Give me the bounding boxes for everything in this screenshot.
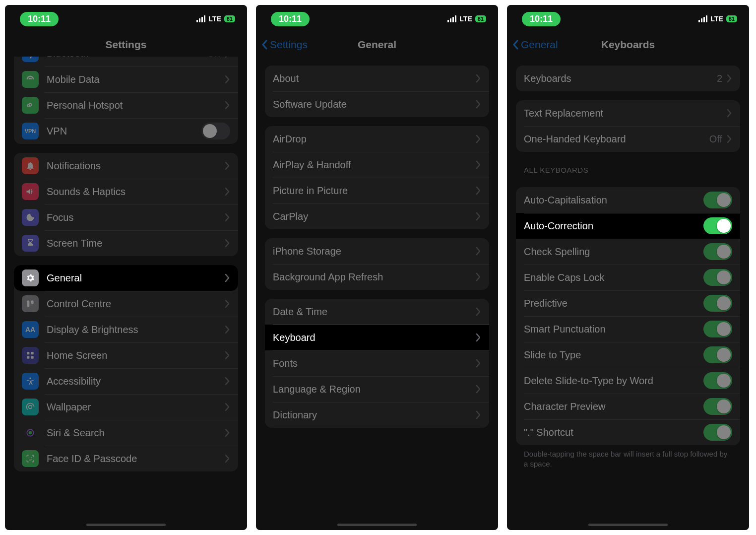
general-list[interactable]: AboutSoftware UpdateAirDropAirPlay & Han… [256,57,498,530]
row-mobile-data[interactable]: Mobile Data [14,67,238,92]
toggle-slide-type[interactable] [703,346,732,363]
row-keyboards[interactable]: Keyboards2 [516,66,740,91]
row-sounds[interactable]: Sounds & Haptics [14,179,238,204]
status-right: LTE 81 [698,15,737,23]
row-one-handed[interactable]: One-Handed KeyboardOff [516,126,740,152]
row-label: Fonts [273,358,475,369]
row-storage[interactable]: iPhone Storage [265,238,489,264]
toggle-char-preview[interactable] [703,398,732,415]
row-label: Auto-Capitalisation [524,195,703,206]
row-bluetooth[interactable]: BluetoothOn [14,57,238,67]
row-screen-time[interactable]: Screen Time [14,230,238,256]
row-display[interactable]: AADisplay & Brightness [14,317,238,342]
home-indicator[interactable] [86,524,166,526]
toggle-predictive[interactable] [703,295,732,312]
row-label: VPN [47,126,201,137]
vpn-icon: VPN [22,123,39,139]
row-label: Focus [47,212,224,223]
row-label: Date & Time [273,306,475,318]
row-label: Bluetooth [47,57,207,60]
section-footer: Double-tapping the space bar will insert… [507,445,749,469]
row-label: About [273,73,475,84]
row-vpn[interactable]: VPNVPN [14,118,238,144]
row-char-preview[interactable]: Character Preview [516,394,740,419]
row-control-centre[interactable]: Control Centre [14,291,238,317]
control-centre-icon [22,295,39,312]
row-accessibility[interactable]: Accessibility [14,368,238,394]
row-dot-shortcut[interactable]: "." Shortcut [516,419,740,445]
row-keyboard[interactable]: Keyboard [265,325,489,350]
row-about[interactable]: About [265,66,489,91]
toggle-dot-shortcut[interactable] [703,424,732,441]
row-focus[interactable]: Focus [14,204,238,230]
row-language[interactable]: Language & Region [265,376,489,402]
row-slide-type[interactable]: Slide to Type [516,342,740,368]
faceid-icon [22,450,39,467]
svg-rect-1 [31,352,34,354]
settings-group: Keyboards2 [516,66,740,91]
row-predictive[interactable]: Predictive [516,290,740,316]
row-dictionary[interactable]: Dictionary [265,402,489,428]
row-label: General [47,272,224,284]
row-detail: 2 [717,73,722,84]
toggle-caps-lock[interactable] [703,269,732,286]
row-wallpaper[interactable]: Wallpaper [14,394,238,420]
row-text-replacement[interactable]: Text Replacement [516,100,740,126]
row-label: Control Centre [47,298,224,310]
bluetooth-icon [22,57,39,62]
row-faceid[interactable]: Face ID & Passcode [14,446,238,471]
row-auto-correct[interactable]: Auto-Correction [516,213,740,239]
row-label: Personal Hotspot [47,100,224,111]
row-airplay[interactable]: AirPlay & Handoff [265,152,489,178]
row-pip[interactable]: Picture in Picture [265,178,489,203]
row-label: AirPlay & Handoff [273,159,475,171]
row-carplay[interactable]: CarPlay [265,203,489,229]
toggle-auto-correct[interactable] [703,217,732,234]
toggle-auto-cap[interactable] [703,192,732,208]
svg-point-9 [31,458,32,459]
chevron-right-icon [224,273,230,282]
toggle-smart-punct[interactable] [703,321,732,337]
chevron-right-icon [224,428,230,437]
row-label: Language & Region [273,384,475,395]
settings-list[interactable]: BluetoothOnMobile DataPersonal HotspotVP… [5,57,247,530]
notifications-icon [22,157,39,174]
keyboards-list[interactable]: Keyboards2Text ReplacementOne-Handed Key… [507,57,749,530]
chevron-right-icon [224,454,230,463]
back-button[interactable]: Settings [261,39,308,51]
settings-group: AirDropAirPlay & HandoffPicture in Pictu… [265,126,489,229]
row-auto-cap[interactable]: Auto-Capitalisation [516,187,740,213]
row-caps-lock[interactable]: Enable Caps Lock [516,265,740,290]
row-siri[interactable]: Siri & Search [14,420,238,446]
row-general[interactable]: General [14,265,238,291]
home-indicator[interactable] [337,524,417,526]
chevron-right-icon [224,402,230,411]
settings-group: Auto-CapitalisationAuto-CorrectionCheck … [516,187,740,445]
toggle-vpn[interactable] [201,123,230,139]
row-airdrop[interactable]: AirDrop [265,126,489,152]
chevron-right-icon [224,213,230,222]
toggle-delete-slide[interactable] [703,372,732,389]
row-bg-refresh[interactable]: Background App Refresh [265,264,489,290]
row-date-time[interactable]: Date & Time [265,299,489,325]
row-label: iPhone Storage [273,246,475,257]
row-fonts[interactable]: Fonts [265,350,489,376]
row-personal-hotspot[interactable]: Personal Hotspot [14,92,238,118]
status-time: 10:11 [522,12,561,26]
row-delete-slide[interactable]: Delete Slide-to-Type by Word [516,368,740,394]
row-check-spelling[interactable]: Check Spelling [516,239,740,265]
status-right: LTE 81 [196,15,235,23]
row-label: Check Spelling [524,246,703,258]
svg-point-4 [29,378,31,379]
chevron-back-icon [261,40,268,50]
chevron-right-icon [726,109,732,118]
row-label: Text Replacement [524,108,726,119]
row-notifications[interactable]: Notifications [14,153,238,179]
row-smart-punct[interactable]: Smart Punctuation [516,316,740,342]
toggle-check-spelling[interactable] [703,243,732,260]
row-software-update[interactable]: Software Update [265,91,489,117]
row-home-screen[interactable]: Home Screen [14,342,238,368]
back-button[interactable]: General [512,39,558,51]
home-indicator[interactable] [588,524,668,526]
row-label: Slide to Type [524,349,703,361]
